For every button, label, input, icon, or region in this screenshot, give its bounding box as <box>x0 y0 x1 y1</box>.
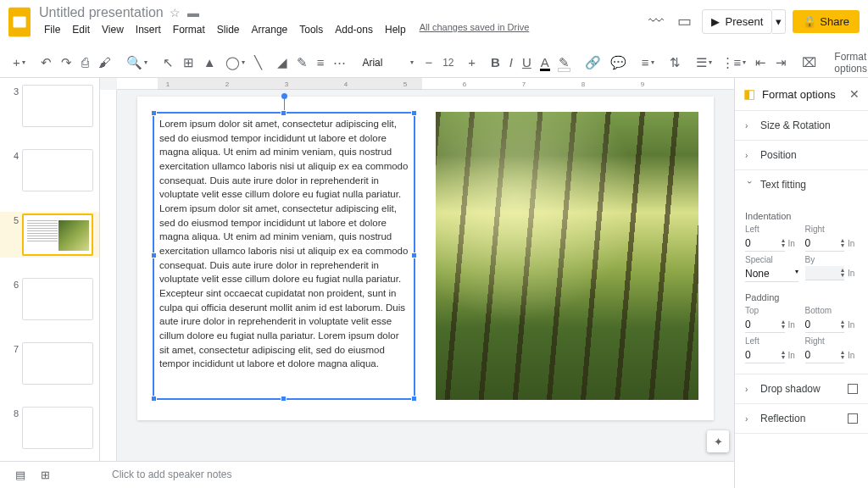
menu-tools[interactable]: Tools <box>294 22 328 37</box>
padding-left-input[interactable]: 0▴▾ <box>745 347 785 363</box>
slides-logo[interactable] <box>8 7 31 37</box>
indent-left-input[interactable]: 0▴▾ <box>745 236 785 252</box>
shape-tool[interactable]: ◯▾ <box>221 52 249 74</box>
slide-thumb-7[interactable]: 7 <box>0 341 99 386</box>
filmstrip[interactable]: 3 4 5 6 7 8 9 10 <box>0 78 100 488</box>
present-button[interactable]: ▶ Present <box>702 9 772 34</box>
image-tool[interactable]: ▲ <box>199 52 220 73</box>
bulleted-list-button[interactable]: ⋮≡▾ <box>717 52 751 74</box>
folder-icon[interactable]: ▬ <box>187 6 199 19</box>
text-color-button[interactable]: A <box>537 52 554 73</box>
menu-view[interactable]: View <box>97 22 129 37</box>
increase-indent-button[interactable]: ⇥ <box>771 52 791 74</box>
menu-file[interactable]: File <box>39 22 65 37</box>
menu-slide[interactable]: Slide <box>212 22 245 37</box>
menu-format[interactable]: Format <box>168 22 210 37</box>
padding-bottom-input[interactable]: 0▴▾ <box>805 317 845 333</box>
body-textbox[interactable]: Lorem ipsum dolor sit amet, consectetur … <box>153 112 415 400</box>
section-drop-shadow[interactable]: › Drop shadow <box>735 374 868 404</box>
font-select[interactable]: Arial <box>357 55 408 70</box>
menu-addons[interactable]: Add-ons <box>330 22 378 37</box>
underline-button[interactable]: U <box>518 52 536 73</box>
chevron-down-icon: › <box>745 180 754 189</box>
padding-top-input[interactable]: 0▴▾ <box>745 317 785 333</box>
font-size[interactable]: 12 <box>437 55 463 70</box>
close-sidebar-button[interactable]: ✕ <box>849 87 860 101</box>
body-text[interactable]: Lorem ipsum dolor sit amet, consectetur … <box>159 119 408 369</box>
paint-format-button[interactable]: 🖌 <box>94 52 115 73</box>
chevron-right-icon: › <box>745 121 754 130</box>
activity-icon[interactable]: 〰 <box>645 9 667 34</box>
indent-right-input[interactable]: 0▴▾ <box>805 236 845 252</box>
highlight-color-button[interactable]: ✎ <box>554 52 574 74</box>
lock-icon: 🔒 <box>803 15 816 28</box>
print-button[interactable]: ⎙ <box>77 52 93 73</box>
grid-view-icon[interactable]: ⊞ <box>41 469 50 481</box>
clear-format-button[interactable]: ⌧ <box>798 52 821 74</box>
border-weight[interactable]: ≡ <box>313 52 329 73</box>
comment-button[interactable]: 💬 <box>606 52 631 74</box>
slide-thumb-4[interactable]: 4 <box>0 147 99 193</box>
decrease-indent-button[interactable]: ⇤ <box>751 52 771 74</box>
section-size-rotation[interactable]: › Size & Rotation <box>735 111 868 141</box>
border-color[interactable]: ✎ <box>292 52 312 74</box>
format-sidebar: ◧ Format options ✕ › Size & Rotation › P… <box>734 78 868 488</box>
play-icon: ▶ <box>711 15 720 28</box>
italic-button[interactable]: I <box>505 52 517 73</box>
redo-button[interactable]: ↷ <box>57 52 76 74</box>
section-reflection[interactable]: › Reflection <box>735 404 868 434</box>
slide-canvas[interactable]: Lorem ipsum dolor sit amet, consectetur … <box>137 97 714 420</box>
slide-thumb-3[interactable]: 3 <box>0 83 99 129</box>
format-options-link[interactable]: Format options <box>827 47 868 78</box>
link-button[interactable]: 🔗 <box>581 52 605 74</box>
save-status[interactable]: All changes saved in Drive <box>420 22 530 37</box>
padding-right-input[interactable]: 0▴▾ <box>805 347 845 363</box>
bold-button[interactable]: B <box>487 52 504 73</box>
canvas-area: 123456789 Lorem ipsum dolor sit amet, co… <box>100 78 734 488</box>
section-position[interactable]: › Position <box>735 141 868 170</box>
svg-rect-1 <box>13 17 25 28</box>
reflection-checkbox[interactable] <box>848 413 858 424</box>
menu-edit[interactable]: Edit <box>67 22 95 37</box>
new-slide-button[interactable]: +▾ <box>8 52 30 73</box>
menu-help[interactable]: Help <box>380 22 411 37</box>
comments-icon[interactable]: ▭ <box>674 8 695 34</box>
size-decrease[interactable]: − <box>420 52 437 73</box>
filmstrip-view-icon[interactable]: ▤ <box>15 469 25 481</box>
align-button[interactable]: ≡▾ <box>637 52 659 73</box>
slide-thumb-5[interactable]: 5 <box>0 212 99 258</box>
ruler-vertical[interactable] <box>100 90 117 461</box>
line-tool[interactable]: ╲ <box>250 52 266 74</box>
line-spacing-button[interactable]: ⇅ <box>665 52 685 74</box>
select-tool[interactable]: ↖ <box>159 52 178 74</box>
chevron-right-icon: › <box>745 414 754 424</box>
indent-special-select[interactable]: None▾ <box>745 266 798 282</box>
explore-button[interactable]: ✦ <box>707 430 729 452</box>
star-icon[interactable]: ☆ <box>170 6 181 19</box>
menubar: File Edit View Insert Format Slide Arran… <box>39 22 645 37</box>
menu-insert[interactable]: Insert <box>131 22 166 37</box>
numbered-list-button[interactable]: ☰▾ <box>692 52 716 74</box>
border-dash[interactable]: ⋯ <box>329 52 350 74</box>
speaker-notes[interactable]: Click to add speaker notes <box>100 461 734 488</box>
undo-button[interactable]: ↶ <box>36 52 56 74</box>
forest-image <box>436 112 698 400</box>
slide-image[interactable] <box>436 112 698 400</box>
slide-thumb-6[interactable]: 6 <box>0 276 99 322</box>
view-mode-bar: ▤ ⊞ <box>0 461 100 488</box>
textbox-tool[interactable]: ⊞ <box>179 52 198 74</box>
share-button[interactable]: 🔒 Share <box>793 10 860 33</box>
chevron-right-icon: › <box>745 385 754 394</box>
zoom-button[interactable]: 🔍▾ <box>122 52 152 74</box>
size-increase[interactable]: + <box>464 52 480 73</box>
doc-title[interactable]: Untitled presentation <box>39 5 164 20</box>
fill-color[interactable]: ◢ <box>273 52 292 74</box>
menu-arrange[interactable]: Arrange <box>247 22 293 37</box>
ruler-horizontal[interactable]: 123456789 <box>117 78 734 90</box>
section-text-fitting[interactable]: › Text fitting <box>735 170 868 199</box>
drop-shadow-checkbox[interactable] <box>848 384 858 394</box>
sidebar-title: Format options <box>762 88 849 101</box>
indentation-heading: Indentation <box>745 211 858 221</box>
present-dropdown[interactable]: ▾ <box>772 9 786 34</box>
slide-thumb-8[interactable]: 8 <box>0 405 99 451</box>
